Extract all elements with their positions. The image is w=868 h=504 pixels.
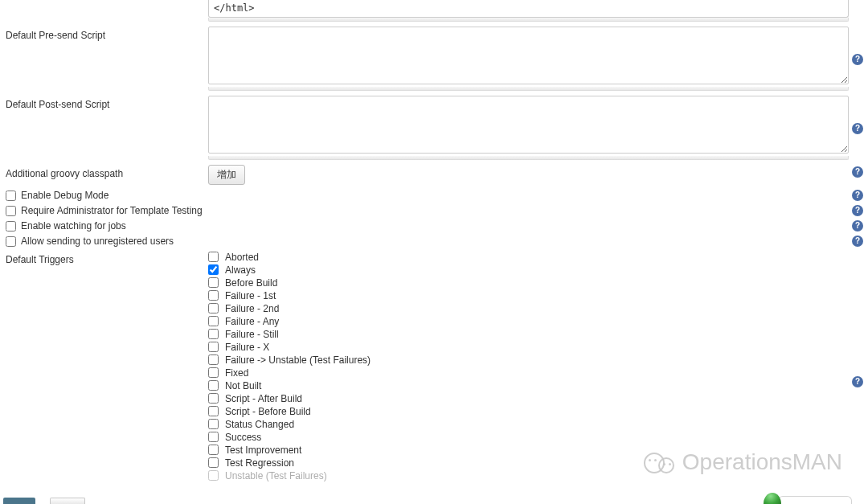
default-content-textarea-tail[interactable]: </html> bbox=[208, 0, 849, 18]
trigger-label: Failure - 1st bbox=[225, 290, 276, 301]
trigger-checkbox[interactable] bbox=[208, 393, 219, 404]
trigger-checkbox[interactable] bbox=[208, 432, 219, 442]
trigger-checkbox[interactable] bbox=[208, 380, 219, 391]
trigger-label: Fixed bbox=[225, 367, 248, 379]
apply-button[interactable] bbox=[50, 498, 85, 504]
pre-send-label: Default Pre-send Script bbox=[3, 27, 208, 41]
post-send-script-textarea[interactable] bbox=[208, 96, 849, 154]
trigger-label: Aborted bbox=[225, 252, 259, 263]
enable-debug-label: Enable Debug Mode bbox=[21, 190, 108, 201]
trigger-item: Failure - Any bbox=[208, 315, 849, 327]
trigger-checkbox[interactable] bbox=[208, 264, 219, 275]
trigger-label: Unstable (Test Failures) bbox=[225, 470, 327, 481]
trigger-checkbox[interactable] bbox=[208, 354, 219, 365]
help-icon[interactable]: ? bbox=[852, 123, 863, 134]
trigger-checkbox[interactable] bbox=[208, 445, 219, 455]
trigger-label: Failure - X bbox=[225, 342, 269, 353]
trigger-checkbox[interactable] bbox=[208, 367, 219, 378]
resize-handle[interactable] bbox=[208, 156, 849, 160]
trigger-item: Failure - 2nd bbox=[208, 302, 849, 314]
trigger-item: Status Changed bbox=[208, 418, 849, 430]
trigger-label: Script - Before Build bbox=[225, 406, 311, 417]
trigger-checkbox[interactable] bbox=[208, 457, 219, 468]
watch-jobs-checkbox[interactable] bbox=[6, 221, 16, 232]
trigger-checkbox[interactable] bbox=[208, 252, 219, 262]
trigger-checkbox[interactable] bbox=[208, 406, 219, 416]
help-icon[interactable]: ? bbox=[852, 54, 863, 65]
watch-jobs-label: Enable watching for jobs bbox=[21, 220, 126, 232]
help-icon[interactable]: ? bbox=[852, 220, 863, 232]
allow-unregistered-label: Allow sending to unregistered users bbox=[21, 236, 174, 247]
require-admin-checkbox[interactable] bbox=[6, 206, 16, 216]
trigger-item: Failure -> Unstable (Test Failures) bbox=[208, 354, 849, 366]
trigger-label: Test Regression bbox=[225, 457, 294, 469]
trigger-item: Fixed bbox=[208, 367, 849, 379]
trigger-label: Failure - Still bbox=[225, 329, 279, 340]
trigger-label: Failure - Any bbox=[225, 316, 279, 327]
help-icon[interactable]: ? bbox=[852, 376, 863, 387]
help-icon[interactable]: ? bbox=[852, 190, 863, 201]
trigger-item: Test Regression bbox=[208, 457, 849, 469]
resize-handle[interactable] bbox=[208, 18, 849, 22]
enable-debug-checkbox[interactable] bbox=[6, 191, 16, 201]
trigger-item: Always bbox=[208, 264, 849, 276]
trigger-item: Not Built bbox=[208, 379, 849, 391]
trigger-item: Script - After Build bbox=[208, 392, 849, 404]
autorefresh-stub[interactable] bbox=[778, 496, 852, 504]
trigger-item: Script - Before Build bbox=[208, 405, 849, 417]
help-icon[interactable]: ? bbox=[852, 205, 863, 216]
default-triggers-label: Default Triggers bbox=[3, 251, 208, 265]
trigger-item: Failure - X bbox=[208, 341, 849, 353]
require-admin-label: Require Administrator for Template Testi… bbox=[21, 205, 203, 216]
trigger-item: Test Improvement bbox=[208, 444, 849, 456]
trigger-checkbox[interactable] bbox=[208, 290, 219, 301]
trigger-label: Failure -> Unstable (Test Failures) bbox=[225, 354, 371, 366]
trigger-label: Status Changed bbox=[225, 419, 294, 430]
save-button[interactable] bbox=[3, 498, 35, 504]
trigger-label: Before Build bbox=[225, 277, 277, 289]
trigger-checkbox[interactable] bbox=[208, 277, 219, 288]
trigger-checkbox[interactable] bbox=[208, 419, 219, 429]
classpath-label: Additional groovy classpath bbox=[3, 165, 208, 179]
pre-send-script-textarea[interactable] bbox=[208, 27, 849, 84]
trigger-item: Failure - 1st bbox=[208, 289, 849, 301]
help-icon[interactable]: ? bbox=[852, 236, 863, 247]
trigger-label: Success bbox=[225, 432, 261, 443]
trigger-checkbox[interactable] bbox=[208, 329, 219, 339]
trigger-label: Test Improvement bbox=[225, 445, 301, 456]
trigger-checkbox[interactable] bbox=[208, 470, 219, 481]
trigger-checkbox[interactable] bbox=[208, 303, 219, 313]
help-icon[interactable]: ? bbox=[852, 166, 863, 178]
trigger-label: Failure - 2nd bbox=[225, 303, 279, 314]
trigger-item: Unstable (Test Failures) bbox=[208, 469, 849, 481]
bottom-action-bar bbox=[0, 494, 868, 504]
trigger-checkbox[interactable] bbox=[208, 316, 219, 326]
trigger-label: Not Built bbox=[225, 380, 261, 391]
allow-unregistered-checkbox[interactable] bbox=[6, 236, 16, 247]
resize-handle[interactable] bbox=[208, 87, 849, 91]
trigger-label: Always bbox=[225, 264, 256, 276]
trigger-item: Failure - Still bbox=[208, 328, 849, 340]
trigger-label: Script - After Build bbox=[225, 393, 302, 404]
triggers-list: AbortedAlwaysBefore BuildFailure - 1stFa… bbox=[208, 251, 849, 481]
add-classpath-button[interactable]: 增加 bbox=[208, 165, 245, 185]
trigger-item: Success bbox=[208, 431, 849, 443]
trigger-checkbox[interactable] bbox=[208, 342, 219, 352]
trigger-item: Before Build bbox=[208, 277, 849, 289]
trigger-item: Aborted bbox=[208, 251, 849, 263]
post-send-label: Default Post-send Script bbox=[3, 96, 208, 110]
